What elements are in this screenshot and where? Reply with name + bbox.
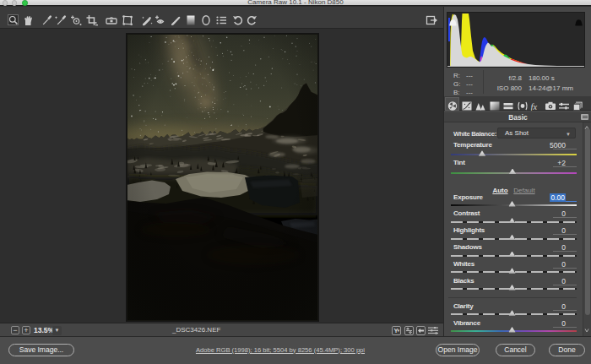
svg-text:fx: fx: [531, 102, 538, 111]
